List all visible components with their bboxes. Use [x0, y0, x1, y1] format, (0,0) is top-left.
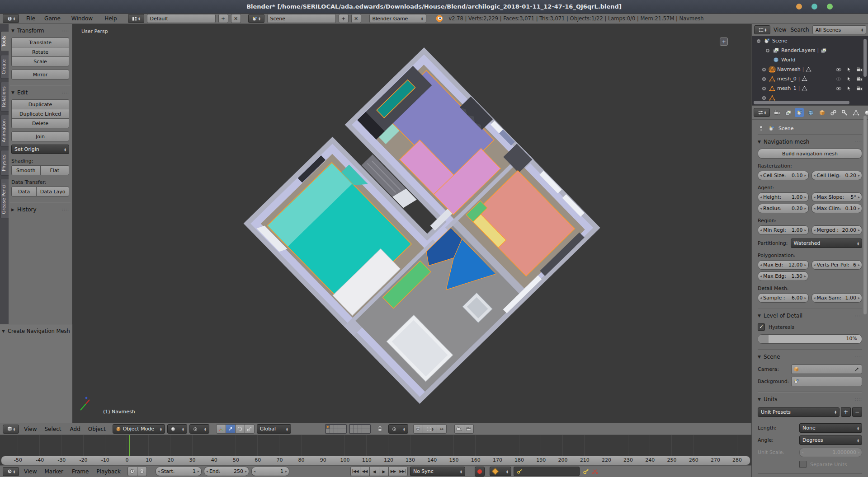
viewport-shading-select[interactable]: ▲▼ — [167, 424, 187, 434]
collapse-icon[interactable] — [755, 38, 762, 44]
tab-modifiers[interactable] — [840, 108, 849, 117]
add-preset-button[interactable]: + — [841, 407, 851, 417]
hysteresis-checkbox[interactable]: ✓ — [758, 323, 765, 331]
tab-render-layers[interactable] — [783, 108, 793, 117]
length-select[interactable]: None ▲▼ — [799, 423, 862, 433]
decrement-arrow-icon[interactable]: ◂ — [254, 469, 255, 473]
unit-scale-field[interactable]: ◂ 1.000000 ▸ — [799, 448, 862, 457]
tab-object[interactable] — [817, 108, 826, 117]
tab-render[interactable] — [772, 108, 781, 117]
mirror-button[interactable]: Mirror — [11, 70, 69, 80]
tab-physics[interactable]: Physics — [0, 150, 9, 176]
set-origin-menu[interactable]: Set Origin ▲▼ — [11, 145, 69, 154]
remove-preset-button[interactable]: − — [852, 407, 862, 417]
separate-units-checkbox[interactable] — [799, 461, 807, 468]
panel-header-navigation-mesh[interactable]: ▼ Navigation mesh :::: — [758, 139, 862, 145]
outliner-row-mesh0[interactable]: mesh_0 | — [752, 74, 868, 84]
opengl-render-button[interactable] — [454, 424, 464, 434]
delete-keyframe-scissors-icon[interactable] — [592, 468, 599, 475]
max-climb-field[interactable]: ◂Max Clim:0.10▸ — [811, 204, 863, 213]
add-scene-button[interactable]: + — [339, 14, 349, 23]
menu-help[interactable]: Help — [104, 15, 118, 22]
max-edge-error-field[interactable]: ◂Max Edg:1.30▸ — [758, 271, 808, 281]
render-engine-select[interactable]: Blender Game ▲▼ — [369, 14, 426, 23]
outliner-row-world[interactable]: World — [752, 55, 868, 65]
join-button[interactable]: Join — [11, 131, 69, 141]
lock-icon[interactable] — [377, 426, 383, 432]
record-button[interactable] — [475, 467, 485, 477]
menu-object[interactable]: Object — [87, 426, 107, 432]
tab-create[interactable]: Create — [0, 55, 9, 79]
tab-scene[interactable] — [795, 108, 804, 117]
menu-marker[interactable]: Marker — [43, 468, 64, 475]
selectable-cursor-icon[interactable] — [846, 66, 852, 72]
tab-grease-pencil[interactable]: Grease Pencil — [0, 179, 9, 219]
data-transfer-data-button[interactable]: Data — [11, 187, 37, 196]
viewport-3d[interactable]: User Persp + — [72, 24, 751, 423]
agent-height-field[interactable]: ◂Height:1.00▸ — [758, 192, 809, 202]
timeline-ruler[interactable]: -50-40-30-20-100102030405060708090100110… — [0, 435, 751, 465]
panel-header-edit[interactable]: ▼ Edit :::: — [11, 89, 69, 96]
tab-world[interactable] — [806, 108, 815, 117]
play-reverse-button[interactable]: ◀ — [369, 467, 379, 476]
outliner-menu-view[interactable]: View — [773, 27, 787, 33]
camera-field[interactable] — [791, 365, 862, 374]
build-navmesh-button[interactable]: Build navigation mesh — [758, 149, 862, 159]
outliner-horizontal-scrollbar[interactable] — [754, 101, 849, 104]
outliner-vertical-scrollbar[interactable] — [863, 39, 867, 77]
screen-layout-field[interactable]: Default — [147, 14, 216, 23]
insert-keyframe-icon[interactable] — [583, 468, 590, 475]
increment-arrow-icon[interactable]: ▸ — [245, 469, 247, 473]
scale-manipulator-button[interactable] — [245, 424, 255, 434]
unit-presets-select[interactable]: Unit Presets ▲▼ — [758, 407, 840, 417]
panel-header-scene[interactable]: ▼ Scene :::: — [758, 354, 862, 360]
transform-orientation-select[interactable]: Global ▲▼ — [257, 424, 291, 434]
delete-scene-button[interactable]: ✕ — [351, 14, 361, 23]
translate-manipulator-button[interactable] — [226, 424, 236, 434]
next-keyframe-button[interactable]: ▶▶ — [388, 467, 398, 476]
renderable-camera-icon[interactable] — [856, 66, 863, 73]
panel-header-transform[interactable]: ▼ Transform :::: — [11, 28, 69, 34]
tab-object-data[interactable] — [851, 108, 860, 117]
menu-view[interactable]: View — [23, 426, 38, 432]
visibility-eye-icon-disabled[interactable] — [835, 76, 842, 82]
selectable-cursor-icon[interactable] — [846, 85, 852, 91]
sync-mode-select[interactable]: No Sync ▲▼ — [410, 467, 465, 476]
panel-header-units[interactable]: ▼ Units :::: — [758, 396, 862, 402]
increment-arrow-icon[interactable]: ▸ — [285, 469, 287, 473]
playhead[interactable] — [129, 435, 130, 456]
frame-end-field[interactable]: ◂ End: 250 ▸ — [204, 467, 249, 476]
tab-relations[interactable]: Relations — [0, 82, 9, 112]
renderable-camera-icon[interactable] — [856, 76, 863, 82]
angle-select[interactable]: Degrees ▲▼ — [799, 435, 862, 445]
snap-element-select[interactable]: ▲▼ — [423, 424, 437, 434]
menu-view-timeline[interactable]: View — [23, 468, 38, 475]
tab-tools[interactable]: Tools — [0, 31, 9, 51]
editor-type-selector-info[interactable]: ▲▼ — [3, 14, 19, 23]
renderable-camera-icon[interactable] — [856, 85, 863, 92]
tab-constraints[interactable] — [829, 108, 838, 117]
house-model[interactable] — [72, 24, 751, 423]
jump-to-start-button[interactable]: |◀◀ — [350, 467, 360, 476]
translate-button[interactable]: Translate — [11, 37, 69, 47]
max-slope-field[interactable]: ◂Max Slope:5°▸ — [811, 192, 863, 202]
menu-game[interactable]: Game — [43, 15, 61, 22]
outliner-display-filter[interactable]: All Scenes ▲▼ — [812, 25, 866, 34]
rotate-button[interactable]: Rotate — [11, 47, 69, 57]
ruler-strip[interactable]: -50-40-30-20-100102030405060708090100110… — [1, 456, 750, 465]
panel-header-history[interactable]: ▶ History :::: — [11, 206, 69, 213]
pivot-point-select[interactable]: ▲▼ — [189, 424, 209, 434]
tab-animation[interactable]: Animation — [0, 115, 9, 147]
panel-header-create-navmesh[interactable]: ▼ Create Navigation Mesh — [2, 328, 71, 334]
scene-icon-button[interactable]: ▲▼ — [248, 14, 264, 23]
expand-icon[interactable] — [761, 95, 767, 101]
menu-file[interactable]: File — [25, 15, 36, 22]
agent-radius-field[interactable]: ◂Radius:0.20▸ — [758, 204, 809, 213]
cell-height-field[interactable]: ◂Cell Heig:0.20▸ — [811, 171, 863, 180]
expand-icon[interactable] — [761, 76, 767, 82]
editor-type-selector-timeline[interactable]: ▲▼ — [3, 467, 19, 476]
duplicate-button[interactable]: Duplicate — [11, 99, 69, 109]
screen-layout-icon-button[interactable]: ▲▼ — [128, 14, 144, 23]
proportional-edit-select[interactable]: ▲▼ — [388, 424, 408, 434]
decrement-arrow-icon[interactable]: ◂ — [206, 469, 208, 473]
